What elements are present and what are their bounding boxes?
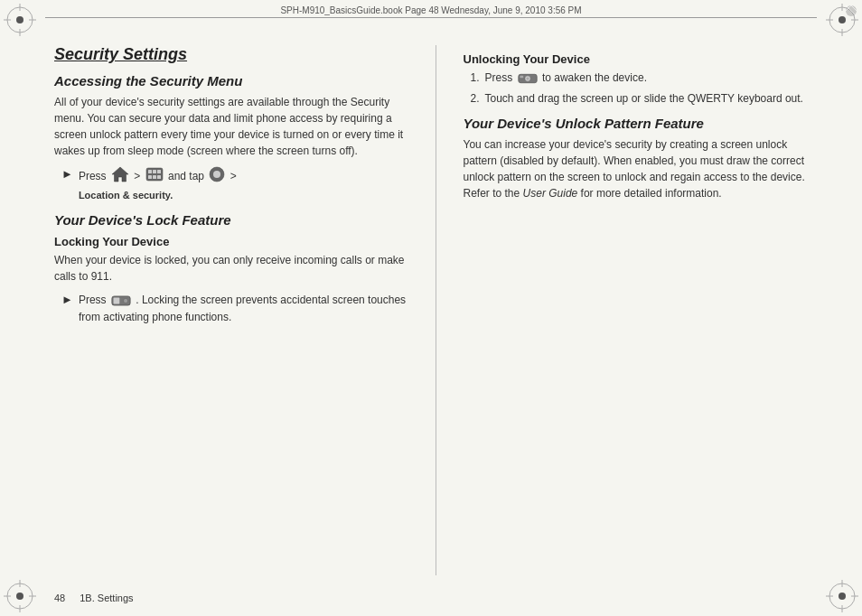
- bullet-arrow-2: ►: [61, 293, 73, 306]
- top-bar: SPH-M910_BasicsGuide.book Page 48 Wednes…: [45, 5, 817, 18]
- page-number: 48: [54, 593, 65, 603]
- svg-point-20: [839, 593, 846, 600]
- bullet1-gt1: >: [134, 170, 140, 182]
- svg-rect-29: [157, 170, 161, 173]
- svg-point-34: [213, 171, 220, 178]
- camera-awaken-icon: [518, 70, 538, 87]
- user-guide-italic: User Guide: [523, 187, 578, 200]
- corner-mark-bl: [4, 580, 36, 612]
- numbered-item-2: 2. Touch and drag the screen up or slide…: [471, 90, 818, 107]
- section-label: 1B. Settings: [80, 593, 133, 603]
- svg-point-14: [16, 593, 23, 600]
- item1-number: 1.: [471, 70, 480, 87]
- bullet-item-1: ► Press >: [61, 166, 408, 203]
- bullet-arrow-1: ►: [61, 167, 73, 181]
- item1-content: Press to awaken the device.: [485, 70, 647, 87]
- home-icon: [111, 166, 129, 187]
- corner-mark-br: [826, 580, 858, 612]
- page: SPH-M910_BasicsGuide.book Page 48 Wednes…: [0, 0, 862, 616]
- bullet-content-1: Press >: [79, 166, 237, 203]
- item1-press-text: Press: [485, 71, 513, 84]
- menu-grid-icon: [145, 167, 164, 186]
- main-title: Security Settings: [54, 45, 408, 64]
- svg-rect-36: [113, 297, 119, 303]
- corner-mark-tr: [826, 4, 858, 36]
- bullet1-gt2: >: [230, 170, 237, 182]
- unlock-pattern-heading: Your Device's Unlock Pattern Feature: [464, 116, 818, 131]
- bullet-content-2: Press . Locking the screen prevents acci…: [79, 292, 408, 325]
- svg-rect-32: [157, 175, 161, 179]
- bullet1-press-text: Press: [79, 170, 107, 182]
- column-divider: [436, 45, 436, 575]
- section2-heading: Your Device's Lock Feature: [54, 212, 408, 228]
- svg-rect-41: [520, 76, 523, 78]
- right-column: Unlocking Your Device 1. Press: [464, 34, 818, 575]
- body-suffix-span: for more detailed information.: [577, 187, 721, 200]
- numbered-list: 1. Press to awaken the devi: [471, 70, 818, 107]
- svg-rect-30: [148, 175, 152, 179]
- section2-body: When your device is locked, you can only…: [54, 252, 408, 285]
- svg-rect-28: [153, 170, 156, 173]
- bottom-bar: 48 1B. Settings: [54, 593, 808, 603]
- svg-marker-25: [112, 167, 128, 182]
- numbered-item-1: 1. Press to awaken the devi: [471, 70, 818, 87]
- settings-circle-icon: [209, 166, 225, 187]
- corner-mark-tl: [4, 4, 36, 36]
- item2-number: 2.: [471, 90, 480, 107]
- main-content: Security Settings Accessing the Security…: [54, 34, 817, 575]
- unlock-pattern-body: You can increase your device's security …: [464, 136, 818, 201]
- bullet2-press-text: Press: [79, 294, 107, 306]
- item1-suffix-text: to awaken the device.: [542, 71, 647, 84]
- section1-heading: Accessing the Security Menu: [54, 73, 408, 89]
- bullet1-and-tap: and tap: [168, 170, 207, 182]
- unlocking-heading: Unlocking Your Device: [464, 52, 818, 66]
- bullet-item-2: ► Press . Locking the screen prevents ac…: [61, 292, 408, 325]
- location-security-label: Location & security.: [79, 190, 173, 201]
- svg-point-7: [839, 16, 846, 23]
- svg-point-1: [16, 16, 23, 23]
- svg-point-37: [123, 298, 127, 303]
- section1-body: All of your device's security settings a…: [54, 94, 408, 159]
- lock-button-icon: [111, 293, 131, 309]
- left-column: Security Settings Accessing the Security…: [54, 34, 408, 575]
- top-bar-text: SPH-M910_BasicsGuide.book Page 48 Wednes…: [280, 5, 581, 15]
- svg-point-40: [526, 77, 529, 79]
- subsection2-heading: Locking Your Device: [54, 235, 408, 248]
- svg-rect-27: [148, 170, 152, 173]
- item2-text: Touch and drag the screen up or slide th…: [485, 90, 803, 107]
- svg-rect-31: [153, 175, 156, 179]
